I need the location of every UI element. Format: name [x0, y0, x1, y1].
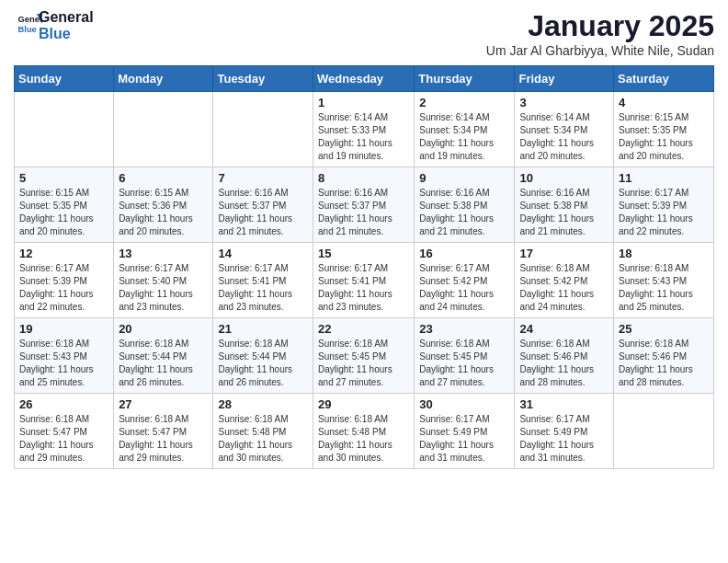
calendar-cell: 8Sunrise: 6:16 AM Sunset: 5:37 PM Daylig…: [313, 167, 415, 243]
day-info: Sunrise: 6:18 AM Sunset: 5:46 PM Dayligh…: [519, 338, 609, 389]
day-number: 3: [519, 96, 609, 109]
col-header-tuesday: Tuesday: [213, 66, 313, 92]
day-info: Sunrise: 6:16 AM Sunset: 5:38 PM Dayligh…: [419, 187, 509, 238]
day-number: 4: [619, 96, 709, 109]
day-number: 30: [419, 397, 509, 411]
day-info: Sunrise: 6:18 AM Sunset: 5:43 PM Dayligh…: [619, 262, 709, 314]
calendar-cell: 30Sunrise: 6:17 AM Sunset: 5:49 PM Dayli…: [415, 394, 515, 469]
col-header-monday: Monday: [114, 66, 213, 92]
calendar-cell: 7Sunrise: 6:16 AM Sunset: 5:37 PM Daylig…: [213, 167, 313, 243]
day-number: 31: [519, 397, 609, 411]
calendar-cell: 5Sunrise: 6:15 AM Sunset: 5:35 PM Daylig…: [15, 167, 114, 243]
day-info: Sunrise: 6:17 AM Sunset: 5:49 PM Dayligh…: [519, 413, 609, 465]
calendar-week-row: 12Sunrise: 6:17 AM Sunset: 5:39 PM Dayli…: [15, 243, 714, 318]
day-info: Sunrise: 6:15 AM Sunset: 5:35 PM Dayligh…: [619, 111, 709, 163]
calendar-cell: 27Sunrise: 6:18 AM Sunset: 5:47 PM Dayli…: [114, 394, 213, 469]
calendar-cell: 25Sunrise: 6:18 AM Sunset: 5:46 PM Dayli…: [614, 318, 714, 394]
day-number: 21: [218, 322, 308, 336]
calendar-cell: 24Sunrise: 6:18 AM Sunset: 5:46 PM Dayli…: [515, 318, 614, 394]
day-number: 18: [619, 247, 709, 260]
day-info: Sunrise: 6:17 AM Sunset: 5:39 PM Dayligh…: [19, 262, 108, 314]
calendar-cell: 26Sunrise: 6:18 AM Sunset: 5:47 PM Dayli…: [15, 394, 114, 469]
calendar-cell: 16Sunrise: 6:17 AM Sunset: 5:42 PM Dayli…: [415, 243, 515, 318]
calendar-cell: 4Sunrise: 6:15 AM Sunset: 5:35 PM Daylig…: [614, 92, 714, 167]
logo-text-general: General: [39, 9, 94, 26]
calendar-cell: 14Sunrise: 6:17 AM Sunset: 5:41 PM Dayli…: [213, 243, 313, 318]
day-number: 23: [419, 322, 509, 336]
day-info: Sunrise: 6:18 AM Sunset: 5:46 PM Dayligh…: [619, 338, 709, 389]
day-info: Sunrise: 6:14 AM Sunset: 5:33 PM Dayligh…: [318, 111, 409, 163]
calendar-cell: 17Sunrise: 6:18 AM Sunset: 5:42 PM Dayli…: [515, 243, 614, 318]
day-number: 19: [19, 322, 108, 336]
day-number: 11: [619, 171, 709, 185]
location-subtitle: Um Jar Al Gharbiyya, White Nile, Sudan: [486, 43, 714, 58]
day-number: 29: [318, 397, 409, 411]
svg-text:Blue: Blue: [18, 24, 37, 33]
day-info: Sunrise: 6:18 AM Sunset: 5:45 PM Dayligh…: [318, 338, 409, 389]
day-number: 20: [119, 322, 208, 336]
col-header-saturday: Saturday: [614, 66, 714, 92]
day-info: Sunrise: 6:17 AM Sunset: 5:41 PM Dayligh…: [218, 262, 308, 314]
col-header-thursday: Thursday: [415, 66, 515, 92]
day-info: Sunrise: 6:17 AM Sunset: 5:40 PM Dayligh…: [119, 262, 208, 314]
col-header-friday: Friday: [515, 66, 614, 92]
calendar-week-row: 5Sunrise: 6:15 AM Sunset: 5:35 PM Daylig…: [15, 167, 714, 243]
page-header: General Blue General Blue January 2025 U…: [14, 9, 714, 58]
day-info: Sunrise: 6:15 AM Sunset: 5:36 PM Dayligh…: [119, 187, 208, 238]
calendar-cell: [614, 394, 714, 469]
day-info: Sunrise: 6:18 AM Sunset: 5:44 PM Dayligh…: [119, 338, 208, 389]
calendar-cell: 21Sunrise: 6:18 AM Sunset: 5:44 PM Dayli…: [213, 318, 313, 394]
day-info: Sunrise: 6:17 AM Sunset: 5:39 PM Dayligh…: [619, 187, 709, 238]
day-number: 9: [419, 171, 509, 185]
calendar-cell: 1Sunrise: 6:14 AM Sunset: 5:33 PM Daylig…: [313, 92, 415, 167]
calendar-week-row: 19Sunrise: 6:18 AM Sunset: 5:43 PM Dayli…: [15, 318, 714, 394]
day-info: Sunrise: 6:14 AM Sunset: 5:34 PM Dayligh…: [419, 111, 509, 163]
calendar-cell: 11Sunrise: 6:17 AM Sunset: 5:39 PM Dayli…: [614, 167, 714, 243]
calendar-cell: 9Sunrise: 6:16 AM Sunset: 5:38 PM Daylig…: [415, 167, 515, 243]
calendar-cell: 13Sunrise: 6:17 AM Sunset: 5:40 PM Dayli…: [114, 243, 213, 318]
day-number: 5: [19, 171, 108, 185]
calendar-cell: 2Sunrise: 6:14 AM Sunset: 5:34 PM Daylig…: [415, 92, 515, 167]
calendar-header-row: SundayMondayTuesdayWednesdayThursdayFrid…: [15, 66, 714, 92]
day-info: Sunrise: 6:18 AM Sunset: 5:47 PM Dayligh…: [19, 413, 108, 465]
day-info: Sunrise: 6:18 AM Sunset: 5:42 PM Dayligh…: [519, 262, 609, 314]
calendar-week-row: 26Sunrise: 6:18 AM Sunset: 5:47 PM Dayli…: [15, 394, 714, 469]
day-number: 7: [218, 171, 308, 185]
calendar-cell: [213, 92, 313, 167]
day-number: 2: [419, 96, 509, 109]
day-info: Sunrise: 6:18 AM Sunset: 5:47 PM Dayligh…: [119, 413, 208, 465]
day-info: Sunrise: 6:18 AM Sunset: 5:48 PM Dayligh…: [318, 413, 409, 465]
day-info: Sunrise: 6:18 AM Sunset: 5:48 PM Dayligh…: [218, 413, 308, 465]
day-info: Sunrise: 6:16 AM Sunset: 5:38 PM Dayligh…: [519, 187, 609, 238]
calendar-week-row: 1Sunrise: 6:14 AM Sunset: 5:33 PM Daylig…: [15, 92, 714, 167]
calendar-cell: 19Sunrise: 6:18 AM Sunset: 5:43 PM Dayli…: [15, 318, 114, 394]
day-info: Sunrise: 6:18 AM Sunset: 5:44 PM Dayligh…: [218, 338, 308, 389]
day-number: 17: [519, 247, 609, 260]
day-info: Sunrise: 6:14 AM Sunset: 5:34 PM Dayligh…: [519, 111, 609, 163]
calendar-cell: 22Sunrise: 6:18 AM Sunset: 5:45 PM Dayli…: [313, 318, 415, 394]
calendar-cell: 28Sunrise: 6:18 AM Sunset: 5:48 PM Dayli…: [213, 394, 313, 469]
calendar-cell: 23Sunrise: 6:18 AM Sunset: 5:45 PM Dayli…: [415, 318, 515, 394]
title-block: January 2025 Um Jar Al Gharbiyya, White …: [486, 9, 714, 58]
calendar-cell: 15Sunrise: 6:17 AM Sunset: 5:41 PM Dayli…: [313, 243, 415, 318]
day-info: Sunrise: 6:15 AM Sunset: 5:35 PM Dayligh…: [19, 187, 108, 238]
day-number: 6: [119, 171, 208, 185]
col-header-sunday: Sunday: [15, 66, 114, 92]
day-info: Sunrise: 6:17 AM Sunset: 5:49 PM Dayligh…: [419, 413, 509, 465]
day-info: Sunrise: 6:17 AM Sunset: 5:42 PM Dayligh…: [419, 262, 509, 314]
calendar-cell: 12Sunrise: 6:17 AM Sunset: 5:39 PM Dayli…: [15, 243, 114, 318]
day-number: 12: [19, 247, 108, 260]
day-number: 1: [318, 96, 409, 109]
month-title: January 2025: [486, 9, 714, 43]
calendar-cell: 31Sunrise: 6:17 AM Sunset: 5:49 PM Dayli…: [515, 394, 614, 469]
calendar-cell: 6Sunrise: 6:15 AM Sunset: 5:36 PM Daylig…: [114, 167, 213, 243]
day-info: Sunrise: 6:17 AM Sunset: 5:41 PM Dayligh…: [318, 262, 409, 314]
col-header-wednesday: Wednesday: [313, 66, 415, 92]
day-info: Sunrise: 6:16 AM Sunset: 5:37 PM Dayligh…: [218, 187, 308, 238]
day-number: 22: [318, 322, 409, 336]
logo-text-blue: Blue: [39, 26, 94, 42]
day-number: 14: [218, 247, 308, 260]
day-number: 25: [619, 322, 709, 336]
day-number: 28: [218, 397, 308, 411]
day-number: 24: [519, 322, 609, 336]
